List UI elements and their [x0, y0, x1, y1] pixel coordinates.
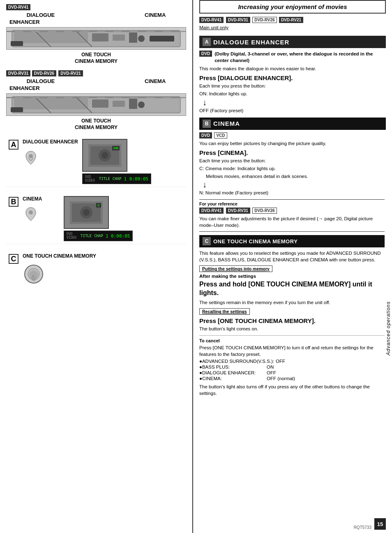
page-header: Increasing your enjoyment of movies — [199, 0, 386, 14]
mode-text-a: This mode makes the dialogue in movies e… — [199, 65, 386, 72]
arrow-a: ↓ — [203, 98, 386, 106]
section-b-title: CINEMA — [213, 120, 240, 127]
screen-b-inner: C — [70, 201, 103, 224]
c-badge: C — [96, 203, 101, 208]
after-label: After making the settings — [199, 274, 386, 279]
svg-rect-1 — [14, 32, 88, 43]
section-a-letter: A — [9, 140, 18, 150]
top-labels: DIALOGUE CINEMA — [6, 12, 186, 18]
recalling-label: Recalling the settings — [199, 308, 386, 316]
dialogue-label: DIALOGUE — [27, 12, 55, 18]
svg-rect-8 — [150, 36, 174, 42]
section-a-label: DIALOGUE ENHANCER — [23, 139, 78, 166]
press-hold-heading: Press and hold [ONE TOUCH CINEMA MEMORY]… — [199, 280, 386, 298]
section-b-label: CINEMA — [23, 196, 60, 223]
svg-point-26 — [83, 209, 90, 216]
dvd-label-b: DVDVIDEO — [67, 232, 76, 240]
display-b: DVDVIDEO TITLE CHAP 1 0:00:05 — [64, 231, 133, 241]
svg-rect-4 — [129, 32, 137, 43]
otcm-label-c: ONE TOUCH CINEMA MEMORY — [23, 253, 184, 260]
reference-box: For your reference DVD-RV41 DVD-RV31 DVD… — [199, 199, 386, 232]
feature-text: This feature allows you to reselect the … — [199, 250, 386, 263]
c-text: C: Cinema mode: Indicator lights up. — [199, 165, 386, 172]
bullet-val-1: OFF — [276, 359, 285, 364]
on-badge: ON — [112, 146, 120, 150]
section-c-letter: C — [9, 254, 18, 264]
mid-device-illustration — [6, 93, 186, 116]
mode-text-b: You can enjoy better pictures by changin… — [199, 140, 386, 147]
dvd-desc: (Dolby Digital, 3-channel or over, where… — [214, 51, 386, 64]
advanced-ops-text: Advanced operations — [385, 301, 391, 355]
top-otcm-label: ONE TOUCH CINEMA MEMORY — [6, 52, 186, 65]
cancel-label: To cancel — [199, 338, 386, 343]
bullet-key-1: ●ADVANCED SURROUND(V.S.S.): — [199, 359, 274, 364]
dvd-label-a: DVDVIDEO — [85, 175, 95, 182]
section-a-badge: A — [203, 38, 211, 46]
section-a-row: A DIALOGUE ENHANCER — [6, 136, 186, 187]
mid-enhancer-label: ENHANCER — [6, 85, 186, 91]
bullet-1: ●ADVANCED SURROUND(V.S.S.): OFF — [199, 359, 386, 364]
bullet-val-3: OFF — [267, 370, 276, 375]
svg-point-7 — [138, 35, 145, 42]
each-time-a: Each time you press the button: — [199, 83, 386, 89]
section-b-badge: B — [203, 120, 211, 128]
bullet-key-4: ●CINEMA: — [199, 376, 265, 381]
mid-labels: DIALOGUE CINEMA — [6, 78, 186, 84]
bullet-2: ●BASS PLUS: ON — [199, 365, 386, 369]
svg-rect-11 — [92, 99, 108, 108]
mid-cinema-label: CINEMA — [145, 78, 166, 84]
section-b-screen: C DVDVIDEO TITLE CHAP — [64, 196, 133, 241]
display-a: DVDVIDEO TITLE CHAP 1 0:00:05 — [82, 173, 151, 184]
top-model-badge: DVD-RV41 — [6, 4, 186, 12]
arrow-b: ↓ — [203, 180, 386, 189]
format-badges-b: DVD VCD — [199, 132, 386, 138]
off-text: OFF (Factory preset) — [199, 107, 386, 114]
screen-a-inner: ON — [88, 144, 121, 167]
mid-model-badges: DVD-RV31 DVD-RV26 DVD-RV21 — [6, 70, 186, 78]
screen-b: C — [64, 196, 109, 229]
hand-c — [23, 263, 184, 287]
hand-a — [23, 149, 78, 166]
reference-models: DVD-RV41 DVD-RV31 DVD-RV26 — [199, 208, 386, 214]
section-a-title: DIALOGUE ENHANCER — [213, 39, 289, 46]
light-comes: The button's light comes on. — [199, 325, 386, 332]
section-a-content: DIALOGUE ENHANCER ON — [23, 139, 184, 184]
section-c-title: ONE TOUCH CINEMA MEMORY — [213, 238, 297, 245]
svg-rect-10 — [14, 98, 88, 109]
section-b-controls: CINEMA C — [23, 196, 184, 241]
mellows-text: Mellows movies, enhances detail in dark … — [199, 173, 386, 180]
cancel-section: To cancel Press [ONE TOUCH CINEMA MEMORY… — [199, 335, 386, 397]
section-c-header: C ONE TOUCH CINEMA MEMORY — [199, 235, 386, 247]
n-text: N: Normal mode (Factory preset) — [199, 189, 386, 196]
screen-a: ON — [82, 139, 127, 172]
section-c-row: C ONE TOUCH CINEMA MEMORY — [6, 251, 186, 289]
mid-dialogue-label: DIALOGUE — [27, 78, 55, 84]
section-b-letter: B — [9, 197, 18, 207]
right-panel: Increasing your enjoyment of movies DVD-… — [193, 0, 392, 533]
dialogue-enhancer-label: DIALOGUE ENHANCER — [23, 139, 78, 145]
dvd-desc-row: DVD (Dolby Digital, 3-channel or over, w… — [199, 51, 386, 64]
title-label-b: TITLE — [81, 234, 92, 238]
dvd-badge-b: DVD — [199, 132, 212, 138]
footer-text: The button's light also turns off if you… — [199, 383, 386, 397]
display-time-a: 1 0:00:05 — [124, 176, 149, 182]
press-dialogue-heading: Press [DIALOGUE ENHANCER]. — [199, 74, 386, 81]
title-label-a: TITLE — [99, 177, 110, 181]
bullet-4: ●CINEMA: OFF (normal) — [199, 376, 386, 381]
press-recall-heading: Press [ONE TOUCH CINEMA MEMORY]. — [199, 317, 386, 324]
section-b-row: B CINEMA C — [6, 194, 186, 244]
bullet-key-2: ●BASS PLUS: — [199, 365, 265, 369]
svg-rect-12 — [113, 101, 125, 107]
svg-point-22 — [29, 210, 33, 215]
cancel-desc: Press [ONE TOUCH CINEMA MEMORY] to turn … — [199, 344, 386, 358]
section-b-content: CINEMA C — [23, 196, 184, 241]
cancel-bullets: ●ADVANCED SURROUND(V.S.S.): OFF ●BASS PL… — [199, 359, 386, 381]
svg-point-21 — [101, 152, 108, 159]
settings-remain: The settings remain in the memory even i… — [199, 299, 386, 306]
advanced-ops-sidebar: Advanced operations — [385, 164, 392, 492]
rqt-code: RQT5733 — [354, 525, 371, 530]
press-cinema-heading: Press [CINEMA]. — [199, 149, 386, 156]
enhancer-label: ENHANCER — [6, 19, 186, 25]
top-device-illustration — [6, 27, 186, 50]
svg-point-16 — [138, 102, 145, 108]
